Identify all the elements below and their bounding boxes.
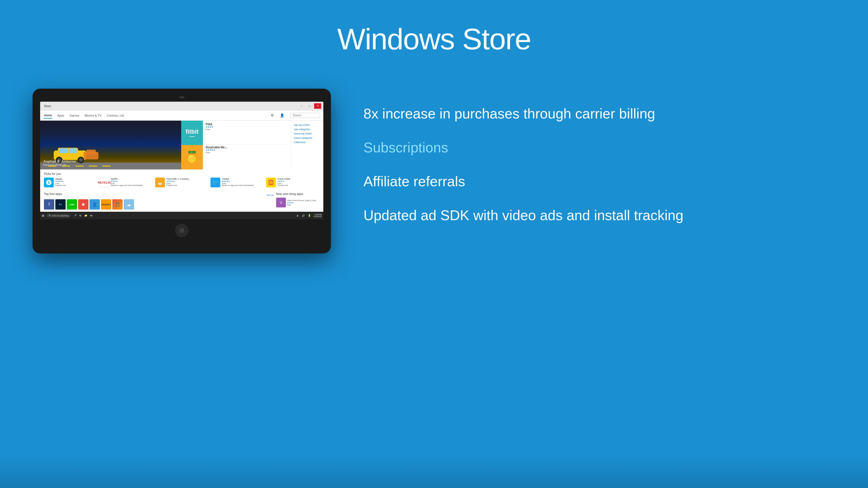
hero-text-overlay: Asphalt 8: Airborne Race your dream car <box>43 159 76 166</box>
farmville-name: FarmVille 2: Country... <box>166 177 209 180</box>
viber-name: Viber Free Phone Calls & Text <box>287 199 319 202</box>
blue-app-tile[interactable]: 👤 <box>90 199 100 209</box>
freshpaint-info: Fresh Paint ★★★★ Free Popular now <box>278 177 319 186</box>
main-layout: Store – □ ✕ Home Apps Games Movies & TV <box>0 62 868 254</box>
device-mockup: Store – □ ✕ Home Apps Games Movies & TV <box>33 89 331 254</box>
nav-home[interactable]: Home <box>43 112 52 119</box>
battery-icon[interactable]: 🔋 <box>307 214 312 218</box>
svg-rect-3 <box>69 148 77 153</box>
facebook-tile[interactable]: f <box>44 199 54 209</box>
farmville-icon: 🐣 <box>155 177 165 187</box>
menu-collections[interactable]: Collections <box>294 140 321 144</box>
picks-title: Picks for you <box>44 172 319 175</box>
device-camera <box>179 96 184 98</box>
menu-game-top-charts[interactable]: Game top charts <box>294 131 321 136</box>
photoshop-tile[interactable]: Ps <box>55 199 66 209</box>
settings-icon[interactable]: ⚙ <box>271 113 274 118</box>
featured-despicable[interactable]: XBOX 🟡 <box>181 145 203 169</box>
taskbar-search[interactable]: 🔍 Ask me anything <box>46 214 70 218</box>
titlebar-controls: – □ ✕ <box>298 103 321 109</box>
volume-icon[interactable]: 🔊 <box>301 214 306 218</box>
hero-section: Asphalt 8: Airborne Race your dream car <box>40 121 323 169</box>
viber-info: Viber Free Phone Calls & Text ★★★★ Free <box>287 199 319 206</box>
nav-movies[interactable]: Movies & TV <box>84 113 102 118</box>
pick-twitter[interactable]: 🐦 Twitter ★★★★★ Free Based on apps you h… <box>211 177 264 187</box>
pick-netflix[interactable]: NETFLIX Netflix ★★★★ Free Based on apps … <box>99 177 153 187</box>
close-button[interactable]: ✕ <box>314 103 321 109</box>
viber-item[interactable]: V Viber Free Phone Calls & Text ★★★★ Fre… <box>276 198 319 207</box>
mic-icon[interactable]: 🎤 <box>73 214 77 218</box>
taskview-icon[interactable]: ⧉ <box>78 214 83 218</box>
search-input[interactable] <box>290 113 320 118</box>
hero-sidebar: fitbit ●●●● XBOX 🟡 <box>181 121 323 169</box>
freshpaint-stars: ★★★★ <box>278 180 319 183</box>
device-outer: Store – □ ✕ Home Apps Games Movies & TV <box>33 89 331 254</box>
svg-text:S: S <box>48 180 50 185</box>
info-text-2: Subscriptions <box>364 139 835 156</box>
featured-fitbit-info: Fitbit ★★★★ Free <box>206 123 288 145</box>
menu-game-categories[interactable]: Game categories <box>294 136 321 140</box>
viber-stars: ★★★★ <box>287 202 319 204</box>
amazon-tile[interactable]: amazon <box>101 199 111 209</box>
minimize-button[interactable]: – <box>298 103 305 109</box>
taskbar-right: ▲ 🔊 🔋 4:30 PM 7/13/2015 <box>296 214 322 218</box>
hero-image[interactable]: Asphalt 8: Airborne Race your dream car <box>40 121 181 169</box>
info-item-4: Updated ad SDK with video ads and instal… <box>364 206 835 224</box>
info-item-2: Subscriptions <box>364 139 835 156</box>
skype-icon: S <box>44 177 54 187</box>
fitbit-name: Fitbit <box>206 123 288 126</box>
farmville-info: FarmVille 2: Country... ★★★★★ Free Popul… <box>166 177 209 186</box>
info-text-4: Updated ad SDK with video ads and instal… <box>364 206 835 224</box>
maximize-button[interactable]: □ <box>306 103 313 109</box>
featured-despicable-info: Despicable Me:... ★★★★★ Free <box>206 146 288 167</box>
line-tile[interactable]: LINE <box>67 199 77 209</box>
viber-icon: V <box>276 198 286 207</box>
new-rising-title: New and rising apps <box>276 192 319 195</box>
farmville-price: Free <box>166 183 209 184</box>
featured-fitbit[interactable]: fitbit ●●●● <box>181 121 203 145</box>
pick-skype[interactable]: S Skype ★★★★★ Free Popular now <box>44 177 97 187</box>
nav-apps[interactable]: Apps <box>57 113 65 118</box>
skype-price: Free <box>55 183 97 184</box>
network-icon[interactable]: ▲ <box>296 214 300 218</box>
bottom-section: Top free apps See all f Ps LINE ■ 👤 amaz… <box>40 190 323 212</box>
user-icon[interactable]: 👤 <box>280 113 284 118</box>
start-button[interactable]: ⊞ <box>42 214 44 218</box>
top-free-section: Top free apps See all f Ps LINE ■ 👤 amaz… <box>44 192 273 209</box>
twitter-tag: Based on apps you have downloaded <box>222 184 264 186</box>
skype-tag: Popular now <box>55 184 97 186</box>
see-all-link[interactable]: See all <box>267 194 273 196</box>
pick-freshpaint[interactable]: Fresh Paint ★★★★ Free Popular now <box>266 177 319 187</box>
menu-app-top-charts[interactable]: App top charts <box>294 123 321 127</box>
svg-point-7 <box>79 158 83 162</box>
red-app-tile[interactable]: ■ <box>78 199 88 209</box>
store-window-title: Store <box>42 104 298 108</box>
page-title: Windows Store <box>0 0 868 56</box>
store-taskbar-icon[interactable]: 🛍 <box>89 214 93 218</box>
twitter-name: Twitter <box>222 177 264 180</box>
twitter-price: Free <box>222 183 264 184</box>
menu-app-categories[interactable]: App categories <box>294 127 321 131</box>
fitbit-stars: ★★★★ <box>206 126 288 128</box>
skype-name: Skype <box>55 177 97 180</box>
nav-games[interactable]: Games <box>69 113 80 118</box>
info-panel: 8x increase in purchases through carrier… <box>364 89 835 240</box>
netflix-tag: Based on apps you have downloaded <box>111 184 153 186</box>
picks-row: S Skype ★★★★★ Free Popular now <box>44 177 319 187</box>
colorful-tile[interactable]: 🎵 <box>112 199 123 209</box>
hero-app-name: Asphalt 8: Airborne <box>43 159 76 163</box>
netflix-stars: ★★★★ <box>111 180 153 183</box>
new-rising-section: New and rising apps V Viber Free Phone C… <box>276 192 319 209</box>
featured-info: Fitbit ★★★★ Free Despicable Me:... ★★★★★… <box>203 121 291 169</box>
nav-contoso[interactable]: Contoso, Ltd. <box>106 113 125 118</box>
search-icon: 🔍 <box>49 215 51 217</box>
skype-info: Skype ★★★★★ Free Popular now <box>55 177 97 186</box>
picks-section: Picks for you S Skype ★★★★★ Free <box>40 169 323 190</box>
cloud-tile[interactable]: ☁ <box>124 199 134 209</box>
pick-farmville[interactable]: 🐣 FarmVille 2: Country... ★★★★★ Free Pop… <box>155 177 209 187</box>
device-home-button[interactable] <box>175 224 188 237</box>
despicable-price: Free <box>206 151 288 154</box>
explorer-icon[interactable]: 📁 <box>84 214 88 218</box>
farmville-tag: Popular now <box>166 184 209 186</box>
featured-apps: fitbit ●●●● XBOX 🟡 <box>181 121 203 169</box>
